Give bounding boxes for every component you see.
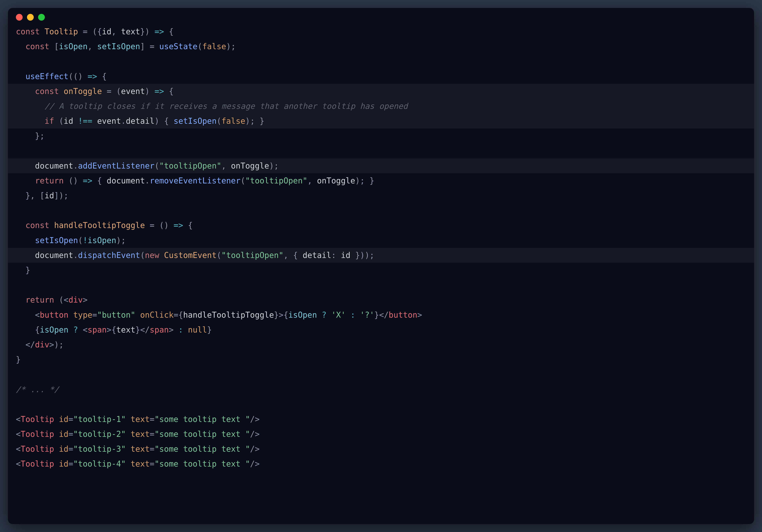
code-token: = [68,459,73,468]
code-token: ) { [154,116,174,125]
code-token: , { [283,251,303,260]
code-token: ) [145,87,154,96]
code-token: document [35,161,73,170]
code-line [8,203,754,218]
code-token: 'X' [332,310,346,319]
code-token: Tooltip [21,430,54,438]
code-token: text [116,325,135,334]
code-token: const [26,221,54,230]
code-token [317,310,322,319]
zoom-icon[interactable] [38,14,45,21]
code-token: "tooltipOpen" [159,161,221,170]
code-token: = [150,459,154,468]
code-token: detail [126,116,155,125]
code-line: }; [8,128,754,143]
code-token: "tooltip-3" [73,444,126,453]
code-token: : [331,251,341,260]
code-line: useEffect(() => { [8,69,754,84]
code-token [327,310,331,319]
code-token: () [68,176,83,185]
code-token [126,459,130,468]
code-token: ( [78,236,83,245]
code-token: Tooltip [21,459,54,468]
code-token: = [68,444,73,453]
code-token [16,42,26,51]
code-token: . [145,176,150,185]
code-token [16,251,35,260]
code-token: }, [ [16,191,45,200]
code-line: // A tooltip closes if it receives a mes… [8,99,754,114]
code-token: ={ [174,310,183,319]
code-line: /* ... */ [8,382,754,397]
code-token: /> [250,444,260,453]
code-token [126,415,130,424]
code-token: text [130,430,150,438]
code-line: if (id !== event.detail) { setIsOpen(fal… [8,114,754,128]
code-token: ] = [140,42,159,51]
code-token: => [174,221,183,230]
code-line [8,54,754,69]
code-line [8,144,754,159]
code-token [16,176,35,185]
code-token: if [45,116,59,125]
code-token: isOpen [40,325,68,334]
minimize-icon[interactable] [27,14,34,21]
code-token: event [121,87,145,96]
code-token: "tooltip-4" [73,459,126,468]
code-token: ? [322,310,327,319]
code-token [54,459,59,468]
code-token: onToggle [231,161,269,170]
code-token [54,415,59,424]
code-token: "tooltipOpen" [245,176,307,185]
code-line: document.dispatchEvent(new CustomEvent("… [8,248,754,263]
code-token: div [35,340,49,349]
code-token [126,444,130,453]
code-token [54,430,59,438]
code-token: { [164,27,174,36]
code-token: isOpen [288,310,317,319]
code-token: !== [78,116,92,125]
code-token: setIsOpen [97,42,140,51]
code-line [8,367,754,382]
code-token: { [16,325,40,334]
code-token [73,116,78,125]
code-line: setIsOpen(!isOpen); [8,233,754,248]
code-token [16,101,45,111]
code-token: < [16,310,40,319]
code-token: , [307,176,317,185]
code-token: null [188,325,207,334]
code-token: = [68,430,73,438]
code-token: id [59,415,68,424]
code-token: ); [269,161,278,170]
code-token: "some tooltip text " [154,459,250,468]
code-token [16,161,35,170]
code-token: < [16,430,21,438]
code-token: = [68,415,73,424]
code-token [16,72,26,81]
code-token [92,116,97,125]
code-token: ( [217,116,221,125]
close-icon[interactable] [16,14,23,21]
code-line: {isOpen ? <span>{text}</span> : null} [8,322,754,337]
code-token: id [102,27,112,36]
code-token: , [88,42,97,51]
code-token: document [35,251,73,260]
code-token: div [68,295,83,304]
code-token: ( [59,116,64,125]
code-token: Tooltip [21,444,54,453]
code-token: : [179,325,183,334]
code-line [8,397,754,412]
code-token: >); [49,340,64,349]
code-token [16,295,26,304]
code-token: type [73,310,92,319]
code-token: id [59,459,68,468]
code-token: addEventListener [78,161,154,170]
code-editor[interactable]: const Tooltip = ({id, text}) => { const … [8,24,754,472]
code-token: { [97,72,107,81]
code-token: handleTooltipToggle [183,310,274,319]
code-token: document [107,176,145,185]
code-token: /> [250,415,260,424]
code-token [16,87,35,96]
code-token: const [26,42,54,51]
code-token: { [92,176,107,185]
